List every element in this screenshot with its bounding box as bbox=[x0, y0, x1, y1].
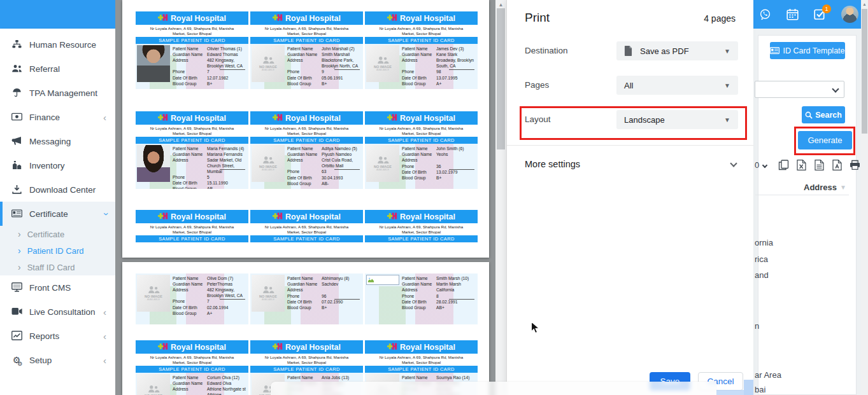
blur-overlay-blue2 bbox=[716, 390, 744, 395]
hospital-logo-icon bbox=[273, 342, 283, 353]
field-label: Blood Group bbox=[173, 311, 207, 317]
field-row: Guardian NameMartin Marsh bbox=[402, 282, 476, 288]
field-value: Sachdev bbox=[322, 282, 362, 288]
scrollbar-thumb[interactable] bbox=[497, 8, 505, 149]
card-fields: Patient NameJohn Smith (6)Guardian NameY… bbox=[402, 145, 476, 188]
field-label: Patient Name bbox=[287, 46, 322, 52]
scroll-up-icon[interactable]: ▲ bbox=[861, 0, 868, 6]
sidebar-item-label: Finance bbox=[29, 113, 60, 122]
hospital-logo-icon bbox=[158, 113, 168, 124]
sidebar-subitem-staff-id-card[interactable]: ›Staff ID Card bbox=[0, 259, 115, 275]
signature-line bbox=[220, 299, 245, 300]
field-label: Date Of Birth bbox=[287, 76, 322, 81]
no-image-subtext: AVAILABLE bbox=[147, 298, 160, 301]
caret-down-icon: ▼ bbox=[724, 82, 730, 89]
search-label: Search bbox=[815, 111, 842, 120]
field-label: Guardian Name bbox=[287, 152, 322, 158]
search-button[interactable]: Search bbox=[802, 106, 845, 123]
field-value: 05.06.1991 bbox=[322, 76, 362, 81]
no-image-subtext: AVAILABLE bbox=[376, 69, 389, 71]
tasks-icon[interactable]: 1 bbox=[814, 8, 826, 20]
card-hospital-header: Royal Hospital bbox=[365, 210, 478, 223]
more-settings[interactable]: More settings bbox=[525, 159, 736, 169]
csv-icon[interactable] bbox=[814, 160, 825, 170]
field-label: Date Of Birth bbox=[402, 76, 436, 81]
sidebar-item-referral[interactable]: Referral bbox=[0, 57, 115, 81]
scrollbar-thumb[interactable] bbox=[862, 9, 867, 134]
sidebar-item-front-cms[interactable]: Front CMS bbox=[0, 275, 115, 300]
field-label: Address bbox=[173, 158, 207, 174]
pages-dropdown[interactable]: All▼ bbox=[616, 76, 738, 95]
field-row: Address482 Kingsway, Brooklyn West, CA bbox=[173, 288, 247, 298]
scroll-up-icon[interactable]: ▲ bbox=[495, 0, 506, 8]
card-hospital-header: Royal Hospital bbox=[136, 340, 248, 354]
field-label: Patient Name bbox=[287, 146, 322, 152]
destination-dropdown[interactable]: Save as PDF▼ bbox=[616, 41, 738, 60]
sidebar-item-finance[interactable]: Finance‹ bbox=[0, 105, 115, 129]
address-column-header[interactable]: Address ▼ bbox=[804, 183, 846, 192]
field-row: Blood GroupB+ bbox=[287, 81, 362, 87]
sidebar-subitem-certificate[interactable]: ›Certificate bbox=[0, 226, 115, 242]
address-cell-partial: ar Area bbox=[755, 370, 781, 380]
no-image-placeholder: NO IMAGEAVAILABLE bbox=[366, 145, 399, 182]
field-label: Address bbox=[402, 158, 436, 163]
field-value: 482 Kingsway, Brooklyn West, CA bbox=[207, 288, 247, 298]
sidebar-item-messaging[interactable]: Messaging bbox=[0, 129, 115, 153]
caret-down-icon: ▼ bbox=[724, 48, 730, 55]
sidebar-item-certificate[interactable]: Certificate‹ bbox=[0, 202, 115, 226]
sidebar-subitem-patient-id-card[interactable]: ›Patient ID Card bbox=[0, 242, 115, 259]
card-hospital-header: Royal Hospital bbox=[250, 340, 363, 354]
whatsapp-icon[interactable] bbox=[759, 8, 771, 20]
page-scrollbar[interactable]: ▲ bbox=[861, 0, 868, 395]
field-label: Patient Name bbox=[173, 46, 207, 52]
mouse-cursor bbox=[530, 321, 540, 337]
avatar[interactable] bbox=[841, 6, 858, 23]
field-value: Smith Marshall bbox=[322, 52, 362, 58]
id-card-template-button[interactable]: ID Card Template bbox=[770, 42, 845, 59]
field-label: Address bbox=[402, 288, 436, 293]
chevron-left-icon: ‹ bbox=[103, 113, 106, 122]
copy-icon[interactable] bbox=[778, 160, 789, 170]
field-label: Address bbox=[287, 158, 322, 169]
field-row: Patient NameSmith Marsh (10) bbox=[402, 276, 476, 282]
hospital-name: Royal Hospital bbox=[171, 114, 226, 123]
card-fields: Patient NameCorium Olva (12)Guardian Nam… bbox=[173, 374, 247, 395]
print-page-1: Royal HospitalNr Loyala Ashram, A 69, Sh… bbox=[122, 0, 489, 258]
field-value: John Marshall (2) bbox=[322, 46, 362, 52]
sidebar-item-reports[interactable]: Reports‹ bbox=[0, 324, 115, 348]
field-row: Phone63 bbox=[287, 169, 362, 175]
sidebar-item-tpa-management[interactable]: TPA Management bbox=[0, 81, 115, 105]
field-label: Blood Group bbox=[402, 81, 436, 87]
preview-scrollbar[interactable]: ▲ bbox=[495, 0, 506, 395]
no-image-subtext: AVAILABLE bbox=[376, 169, 389, 171]
patient-id-card: Royal HospitalNr Loyala Ashram, A 69, Sh… bbox=[365, 11, 478, 89]
field-row: AddressBroadway, Brooklyn South, CA bbox=[402, 58, 476, 69]
field-row: Phone7 bbox=[173, 299, 247, 305]
field-row: Patient NameAbhimanyu (8) bbox=[287, 276, 362, 282]
hospital-name: Royal Hospital bbox=[171, 343, 226, 352]
field-row: Guardian NameEdward Olva bbox=[173, 381, 247, 387]
chevron-down-icon bbox=[832, 85, 839, 92]
sidebar-submenu: ›Certificate›Patient ID Card›Staff ID Ca… bbox=[0, 226, 115, 275]
video-icon bbox=[11, 307, 22, 317]
patient-id-card: Royal HospitalNr Loyala Ashram, A 69, Sh… bbox=[136, 111, 248, 189]
field-value: 63 bbox=[322, 169, 362, 175]
excel-icon[interactable] bbox=[796, 160, 807, 170]
field-value: B+ bbox=[207, 81, 247, 87]
pdf-icon[interactable] bbox=[832, 160, 843, 170]
sidebar-item-live-consultation[interactable]: Live Consultation‹ bbox=[0, 300, 115, 324]
sidebar-item-setup[interactable]: ⚙⚙Setup‹ bbox=[0, 348, 115, 372]
page-size-select[interactable]: 0 bbox=[755, 160, 767, 170]
sidebar-item-inventory[interactable]: Inventory bbox=[0, 153, 115, 177]
sidebar-item-human-resource[interactable]: Human Resource bbox=[0, 32, 115, 57]
calendar-icon[interactable] bbox=[786, 8, 799, 20]
field-row: Phone98 bbox=[402, 69, 476, 75]
sidebar-item-download-center[interactable]: Download Center bbox=[0, 177, 115, 202]
field-label: Blood Group bbox=[287, 305, 322, 311]
template-select[interactable] bbox=[755, 81, 844, 98]
print-icon[interactable] bbox=[850, 160, 860, 170]
field-row: Patient NameJohn Smith (6) bbox=[402, 146, 476, 152]
field-label: Blood Group bbox=[173, 186, 207, 189]
field-row: Date Of Birth12.07.1982 bbox=[173, 76, 247, 81]
arrow-right-icon: › bbox=[18, 262, 21, 272]
